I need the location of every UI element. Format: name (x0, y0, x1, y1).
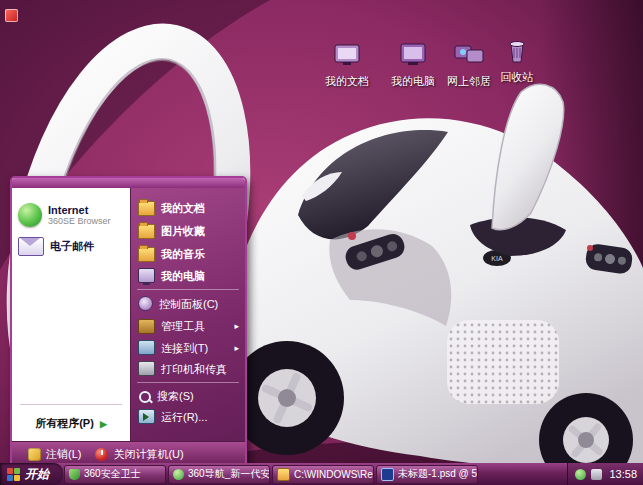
my-pictures-label: 图片收藏 (161, 224, 205, 238)
shut-down-label: 关闭计算机(U) (113, 447, 183, 462)
taskbar-button-360-nav[interactable]: 360导航_新一代安... (168, 465, 270, 484)
my-documents-icon (331, 42, 363, 68)
log-off-button[interactable]: 注销(L) (28, 447, 81, 462)
folder-icon (138, 201, 155, 216)
submenu-arrow-icon: ▸ (234, 319, 239, 333)
menu-item-email[interactable]: 电子邮件 (12, 232, 130, 261)
start-menu: Internet 360SE Browser 电子邮件 所有程序(P) ▶ (10, 176, 247, 468)
browser-icon (173, 469, 184, 480)
control-panel-gear-icon (138, 296, 153, 311)
desktop: KIA (0, 0, 643, 485)
all-programs-label: 所有程序(P) (35, 416, 94, 431)
menu-item-printers[interactable]: 打印机和传真 (131, 358, 245, 379)
desktop-shortcut-icon[interactable] (5, 9, 18, 22)
log-off-icon (28, 448, 41, 461)
photoshop-icon (381, 468, 394, 481)
desktop-icon-label: 我的电脑 (384, 75, 442, 87)
submenu-arrow-icon: ▸ (234, 341, 239, 355)
search-icon (138, 390, 151, 403)
start-menu-header (12, 178, 245, 188)
taskbar-button-photoshop[interactable]: 未标题-1.psd @ 50... (376, 465, 478, 484)
run-label: 运行(R)... (161, 410, 207, 424)
shut-down-button[interactable]: 关闭计算机(U) (95, 447, 183, 462)
network-places-icon (453, 42, 485, 68)
taskbar-button-label: 未标题-1.psd @ 50... (398, 467, 478, 481)
start-menu-right-column: 我的文档 图片收藏 我的音乐 我的电脑 控制面板(C) (130, 188, 245, 441)
start-button-label: 开始 (25, 466, 49, 483)
taskbar: 开始 360安全卫士 360导航_新一代安... C:\WINDOWS\Res.… (0, 463, 643, 485)
start-menu-left-column: Internet 360SE Browser 电子邮件 所有程序(P) ▶ (12, 188, 130, 441)
taskbar-button-label: 360安全卫士 (84, 467, 141, 481)
log-off-label: 注销(L) (46, 447, 81, 462)
menu-item-internet[interactable]: Internet 360SE Browser (12, 198, 130, 232)
admin-tools-label: 管理工具 (161, 319, 205, 333)
control-panel-label: 控制面板(C) (159, 297, 218, 311)
run-icon (138, 409, 155, 424)
menu-item-connect-to[interactable]: 连接到(T) ▸ (131, 337, 245, 358)
start-button[interactable]: 开始 (0, 463, 63, 485)
svg-text:KIA: KIA (491, 255, 503, 262)
menu-item-admin-tools[interactable]: 管理工具 ▸ (131, 314, 245, 337)
internet-globe-icon (18, 203, 42, 227)
menu-item-control-panel[interactable]: 控制面板(C) (131, 293, 245, 314)
taskbar-button-windows-folder[interactable]: C:\WINDOWS\Res... (272, 465, 374, 484)
recycle-bin-icon (501, 38, 533, 64)
internet-label: Internet (48, 204, 111, 216)
computer-icon (138, 268, 155, 283)
desktop-icon-label: 我的文档 (318, 75, 376, 87)
all-programs-button[interactable]: 所有程序(P) ▶ (12, 408, 130, 437)
desktop-icon-recycle-bin[interactable]: 回收站 (488, 38, 546, 83)
folder-icon (277, 468, 290, 481)
tray-360-icon[interactable] (575, 469, 586, 480)
taskbar-clock[interactable]: 13:58 (607, 468, 639, 480)
right-column-separator (137, 382, 239, 383)
left-column-separator (20, 404, 122, 405)
my-computer-label: 我的电脑 (161, 269, 205, 283)
email-icon (18, 237, 44, 256)
admin-tools-icon (138, 319, 155, 334)
taskbar-button-360-safe[interactable]: 360安全卫士 (64, 465, 166, 484)
system-tray: 13:58 (567, 463, 643, 485)
shut-down-icon (95, 448, 108, 461)
menu-item-my-computer[interactable]: 我的电脑 (131, 265, 245, 286)
all-programs-arrow-icon: ▶ (100, 419, 107, 429)
search-label: 搜索(S) (157, 389, 194, 403)
tray-volume-icon[interactable] (591, 469, 602, 480)
taskbar-button-label: 360导航_新一代安... (188, 467, 270, 481)
internet-sublabel: 360SE Browser (48, 216, 111, 226)
shield-icon (69, 469, 80, 480)
email-label: 电子邮件 (50, 239, 94, 254)
menu-item-my-pictures[interactable]: 图片收藏 (131, 219, 245, 242)
taskbar-button-label: C:\WINDOWS\Res... (294, 469, 374, 480)
menu-item-my-music[interactable]: 我的音乐 (131, 242, 245, 265)
my-computer-icon (397, 42, 429, 68)
desktop-icon-my-documents[interactable]: 我的文档 (318, 42, 376, 87)
pictures-folder-icon (138, 224, 155, 239)
connect-to-label: 连接到(T) (161, 341, 208, 355)
desktop-icon-my-computer[interactable]: 我的电脑 (384, 42, 442, 87)
printer-icon (138, 361, 155, 376)
my-music-label: 我的音乐 (161, 247, 205, 261)
printers-label: 打印机和传真 (161, 362, 227, 376)
music-folder-icon (138, 247, 155, 262)
my-documents-label: 我的文档 (161, 201, 205, 215)
desktop-icon-label: 回收站 (488, 71, 546, 83)
menu-item-search[interactable]: 搜索(S) (131, 386, 245, 406)
connect-to-icon (138, 340, 155, 355)
windows-flag-icon (7, 468, 20, 481)
menu-item-run[interactable]: 运行(R)... (131, 406, 245, 427)
front-wheel (230, 341, 344, 455)
right-column-separator (137, 289, 239, 290)
menu-item-my-documents[interactable]: 我的文档 (131, 196, 245, 219)
